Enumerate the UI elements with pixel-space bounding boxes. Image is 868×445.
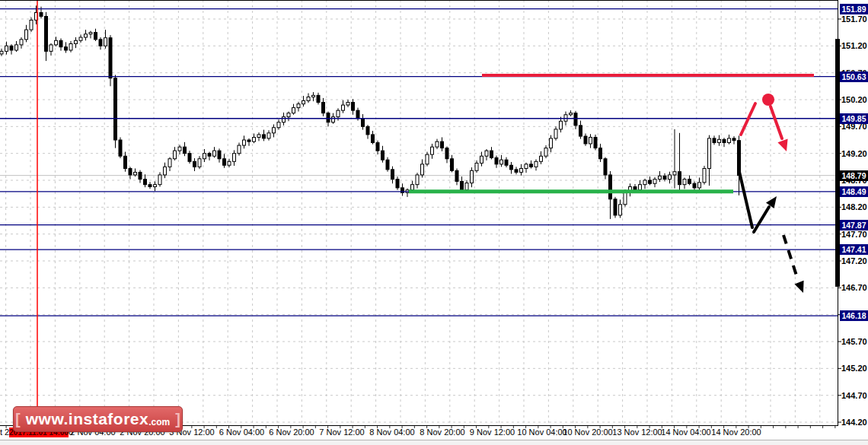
candle-body bbox=[282, 117, 286, 122]
time-label-fragment: t 2 bbox=[0, 428, 9, 437]
candle-body bbox=[174, 151, 177, 159]
price-axis-label: 146.70 bbox=[841, 283, 867, 292]
candle-body bbox=[421, 164, 424, 175]
candle-body bbox=[69, 44, 72, 50]
price-level-badge: 151.89 bbox=[840, 4, 868, 14]
candle-body bbox=[614, 199, 617, 215]
price-axis-label: 144.70 bbox=[841, 391, 867, 400]
candle-body bbox=[297, 104, 300, 108]
candle-body bbox=[663, 176, 666, 179]
candle-body bbox=[525, 164, 528, 169]
candle-body bbox=[148, 185, 152, 187]
candle-body bbox=[257, 135, 260, 138]
time-axis-label: 10 Nov 04:00 bbox=[517, 428, 566, 437]
candle-body bbox=[228, 161, 231, 165]
candle-body bbox=[109, 38, 112, 78]
candle-body bbox=[653, 180, 656, 184]
candle-body bbox=[273, 128, 276, 133]
time-axis-label: 13 Nov 12:00 bbox=[612, 428, 662, 437]
candle-body bbox=[505, 160, 508, 165]
price-axis-label: 151.70 bbox=[841, 14, 867, 24]
candle-body bbox=[362, 119, 365, 127]
candle-body bbox=[574, 113, 577, 126]
candle-body bbox=[94, 33, 97, 40]
candle-body bbox=[530, 164, 533, 167]
price-level-badge: 147.41 bbox=[840, 244, 868, 255]
candle-body bbox=[673, 172, 676, 175]
price-axis-label: 147.70 bbox=[841, 230, 867, 239]
candle-body bbox=[223, 159, 226, 165]
candle-body bbox=[698, 183, 701, 188]
candle-body bbox=[416, 175, 419, 185]
price-level-badge: 147.87 bbox=[840, 220, 868, 230]
candle-body bbox=[168, 159, 171, 167]
candle-body bbox=[119, 140, 122, 156]
candle-body bbox=[139, 172, 142, 179]
candle-body bbox=[633, 186, 637, 189]
candle-body bbox=[178, 147, 181, 151]
candle-body bbox=[451, 159, 454, 171]
candle-body bbox=[728, 138, 731, 143]
candle-body bbox=[570, 113, 573, 115]
candle-body bbox=[455, 170, 458, 181]
candle-body bbox=[327, 113, 330, 122]
candle-body bbox=[480, 156, 483, 163]
candle-body bbox=[104, 38, 107, 46]
candle-body bbox=[15, 45, 18, 50]
candle-body bbox=[0, 51, 3, 54]
candle-body bbox=[317, 95, 320, 102]
red-down-arrow-shaft bbox=[771, 106, 782, 138]
price-level-badge: 150.63 bbox=[840, 72, 868, 82]
price-axis-label: 149.20 bbox=[841, 149, 867, 158]
candle-body bbox=[65, 47, 68, 50]
candle-body bbox=[426, 154, 429, 164]
candle-body bbox=[718, 139, 721, 142]
candle-body bbox=[738, 141, 741, 176]
price-level-badge: 149.85 bbox=[840, 113, 868, 124]
candle-body bbox=[233, 154, 236, 162]
black-dashed-arrow-head bbox=[794, 281, 803, 293]
price-axis-label: 147.20 bbox=[841, 256, 867, 265]
candle-body bbox=[312, 95, 315, 97]
watermark-right-bracket: ] bbox=[170, 411, 186, 428]
candle-body bbox=[732, 138, 736, 141]
candle-body bbox=[643, 180, 646, 185]
candle-body bbox=[287, 113, 290, 117]
candle-body bbox=[619, 205, 622, 215]
candle-body bbox=[183, 147, 187, 153]
candle-body bbox=[243, 140, 246, 145]
candle-body bbox=[376, 143, 379, 151]
candle-body bbox=[609, 175, 612, 199]
candle-body bbox=[544, 148, 547, 157]
candle-body bbox=[277, 122, 280, 128]
candle-body bbox=[678, 172, 681, 185]
candle-body bbox=[703, 168, 706, 182]
candle-body bbox=[124, 156, 127, 168]
red-down-arrow-head bbox=[777, 139, 787, 151]
candle-body bbox=[500, 160, 503, 164]
candle-body bbox=[693, 183, 696, 188]
candle-body bbox=[164, 167, 167, 175]
candle-body bbox=[247, 140, 251, 141]
price-chart-canvas[interactable] bbox=[0, 0, 868, 445]
candle-body bbox=[89, 33, 92, 34]
black-dashed-arrow-shaft bbox=[783, 235, 796, 275]
candle-body bbox=[198, 159, 201, 167]
candle-body bbox=[45, 16, 48, 51]
candle-body bbox=[708, 138, 711, 169]
time-axis-label: 10 Nov 20:00 bbox=[563, 428, 612, 437]
candle-body bbox=[391, 170, 394, 180]
window-bottom-strip bbox=[0, 440, 868, 445]
price-axis-label: 150.20 bbox=[841, 95, 867, 104]
price-level-badge: 148.49 bbox=[840, 186, 868, 197]
candle-body bbox=[396, 180, 399, 188]
candle-body bbox=[307, 97, 310, 100]
candle-body bbox=[342, 105, 345, 110]
candle-body bbox=[579, 126, 582, 136]
candle-body bbox=[49, 45, 53, 51]
candle-body bbox=[253, 137, 256, 141]
time-axis-label: 9 Nov 12:00 bbox=[470, 428, 515, 437]
candle-body bbox=[193, 161, 196, 167]
candle-body bbox=[540, 156, 543, 161]
candle-body bbox=[520, 168, 523, 172]
